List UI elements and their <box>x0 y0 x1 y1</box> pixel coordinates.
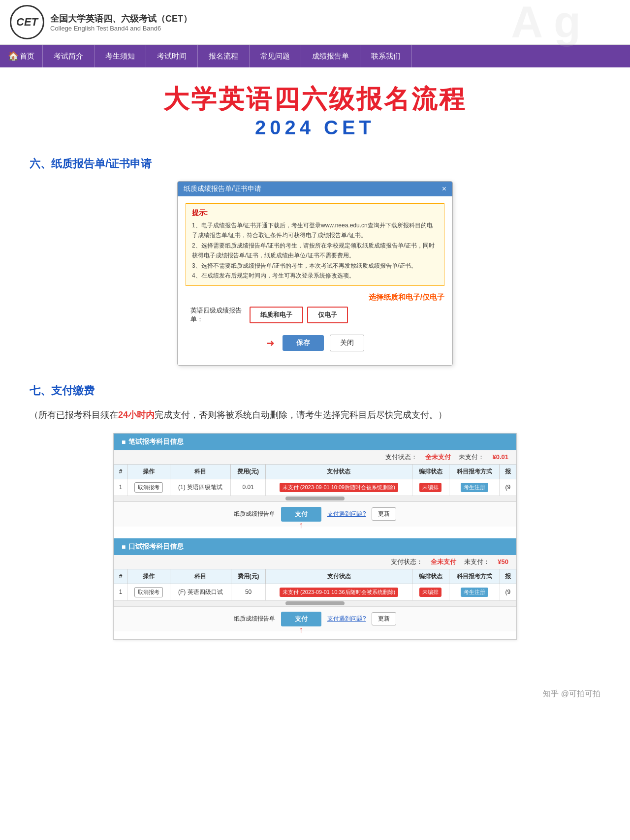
payment-desc-pre: （所有已报考科目须在 <box>30 410 118 420</box>
written-pay-button[interactable]: 支付 <box>281 507 321 522</box>
cancel-button[interactable]: 取消报考 <box>134 482 163 493</box>
dialog-box: 纸质成绩报告单/证书申请 × 提示: 1、电子成绩报告单/证书开通下载后，考生可… <box>177 181 453 366</box>
nav-report-label: 成绩报告单 <box>312 52 349 61</box>
nav-home[interactable]: 🏠 首页 <box>0 45 43 67</box>
nav-notice-label: 考生须知 <box>105 52 135 61</box>
tip-4: 4、在成绩发布后规定时间内，考生可再次登录系统修改选项。 <box>192 271 438 280</box>
logo-text: CET <box>16 16 38 29</box>
section7-heading: 七、支付缴费 <box>30 383 600 398</box>
row-reg-type: 考生注册 <box>449 479 500 496</box>
written-unpaid-amount: ¥0.01 <box>492 453 508 461</box>
oral-exam-table: # 操作 科目 费用(元) 支付状态 编排状态 科目报考方式 报 1 取消 <box>114 569 516 606</box>
oral-table-title: 口试报考科目信息 <box>128 542 184 551</box>
oral-pay-question-link[interactable]: 支付遇到问题? <box>327 615 366 623</box>
logo-box: CET 全国大学英语四、六级考试（CET） College English Te… <box>10 5 192 39</box>
main-nav: 🏠 首页 考试简介 考生须知 考试时间 报名流程 常见问题 成绩报告单 联系我们 <box>0 45 630 67</box>
dialog-tips-text: 1、电子成绩报告单/证书开通下载后，考生可登录www.neea.edu.cn查询… <box>192 220 438 280</box>
written-icon: ■ <box>122 438 126 446</box>
oral-table-header: ■ 口试报考科目信息 <box>114 538 516 555</box>
nav-report[interactable]: 成绩报告单 <box>301 45 360 67</box>
oral-row-arrange: 未编排 <box>412 584 449 600</box>
oral-scroll-bar-cell <box>114 600 516 606</box>
dialog-close-button[interactable]: × <box>442 185 446 193</box>
nav-process[interactable]: 报名流程 <box>198 45 250 67</box>
col-pay-status: 支付状态 <box>265 464 412 479</box>
oral-row-reg-type: 考生注册 <box>449 584 500 600</box>
oral-pay-arrow-icon: ↑ <box>299 625 303 635</box>
save-button[interactable]: 保存 <box>283 335 324 351</box>
oral-pay-button[interactable]: 支付 <box>281 612 321 626</box>
oral-status-all: 全未支付 <box>431 558 456 566</box>
option-electronic-only[interactable]: 仅电子 <box>307 307 348 323</box>
dialog-form-row: 英语四级成绩报告单： 纸质和电子 仅电子 <box>186 306 444 324</box>
unpaid-badge: 未支付 (2023-09-01 10:09后随时会被系统删除) <box>280 483 398 492</box>
oral-row-op: 取消报考 <box>127 584 170 600</box>
option-paper-electronic[interactable]: 纸质和电子 <box>250 307 303 323</box>
oral-reg-type-badge: 考生注册 <box>461 588 488 597</box>
written-action-label: 纸质成绩报告单 <box>234 510 275 518</box>
section6-heading: 六、纸质报告单/证书申请 <box>30 156 600 171</box>
dialog-annotation: 选择纸质和电子/仅电子 <box>186 293 444 302</box>
nav-notice[interactable]: 考生须知 <box>94 45 146 67</box>
close-button[interactable]: 关闭 <box>330 335 364 351</box>
col-fee: 费用(元) <box>231 464 265 479</box>
oral-scroll-row <box>114 600 516 606</box>
oral-unpaid-badge: 未支付 (2023-09-01 10:36后随时会被系统删除) <box>280 588 398 597</box>
row-extra: (9 <box>500 479 516 496</box>
col-num: # <box>114 464 127 479</box>
oral-row-extra: (9 <box>500 584 516 600</box>
oral-table-row: 1 取消报考 (F) 英语四级口试 50 未支付 (2023-09-01 10:… <box>114 584 516 600</box>
nav-contact-label: 联系我们 <box>371 52 401 61</box>
oral-status-label: 支付状态： <box>391 558 423 566</box>
col-op: 操作 <box>127 464 170 479</box>
section6-dialog-container: 纸质成绩报告单/证书申请 × 提示: 1、电子成绩报告单/证书开通下载后，考生可… <box>30 181 600 366</box>
oral-cancel-button[interactable]: 取消报考 <box>134 587 163 597</box>
home-icon: 🏠 <box>8 51 19 62</box>
payment-container: ■ 笔试报考科目信息 支付状态： 全未支付 未支付： ¥0.01 # 操作 科目… <box>30 433 600 640</box>
nav-time[interactable]: 考试时间 <box>146 45 198 67</box>
written-update-button[interactable]: 更新 <box>372 507 396 521</box>
oral-unpaid-amount: ¥50 <box>498 558 508 565</box>
nav-time-label: 考试时间 <box>157 52 187 61</box>
written-pay-question-link[interactable]: 支付遇到问题? <box>327 510 366 518</box>
nav-faq[interactable]: 常见问题 <box>250 45 301 67</box>
row-num: 1 <box>114 479 127 496</box>
oral-row-fee: 50 <box>231 584 265 600</box>
written-table-header-row: # 操作 科目 费用(元) 支付状态 编排状态 科目报考方式 报 <box>114 464 516 479</box>
payment-highlight: 24小时内 <box>118 410 155 420</box>
page-title-sub: 2024 CET <box>30 117 600 139</box>
nav-intro[interactable]: 考试简介 <box>43 45 94 67</box>
nav-contact[interactable]: 联系我们 <box>360 45 412 67</box>
scroll-thumb <box>285 497 345 500</box>
oral-unpaid-label: 未支付： <box>464 558 490 566</box>
main-content: 大学英语四六级报名流程 2024 CET 六、纸质报告单/证书申请 纸质成绩报告… <box>0 67 630 679</box>
oral-col-op: 操作 <box>127 569 170 584</box>
bottom-credit: 知乎 @可拍可拍 <box>0 679 630 709</box>
header-title-cn: 全国大学英语四、六级考试（CET） <box>50 13 192 25</box>
oral-unarranged-badge: 未编排 <box>419 588 441 597</box>
oral-col-reg-type: 科目报考方式 <box>449 569 500 584</box>
col-extra: 报 <box>500 464 516 479</box>
row-pay-status: 未支付 (2023-09-01 10:09后随时会被系统删除) <box>265 479 412 496</box>
row-arrange: 未编排 <box>412 479 449 496</box>
reg-type-badge: 考生注册 <box>461 483 488 492</box>
tip-1: 1、电子成绩报告单/证书开通下载后，考生可登录www.neea.edu.cn查询… <box>192 220 438 241</box>
oral-col-arrange: 编排状态 <box>412 569 449 584</box>
written-action-row: 纸质成绩报告单 支付 ↑ 支付遇到问题? 更新 <box>114 501 516 527</box>
written-status-row: 支付状态： 全未支付 未支付： ¥0.01 <box>114 450 516 464</box>
dialog-title: 纸质成绩报告单/证书申请 <box>184 185 261 193</box>
oral-scroll-thumb <box>285 601 345 605</box>
credit-text: 知乎 @可拍可拍 <box>543 689 600 699</box>
oral-row-subject: (F) 英语四级口试 <box>170 584 231 600</box>
dialog-option-group: 纸质和电子 仅电子 <box>250 307 348 323</box>
oral-action-row: 纸质成绩报告单 支付 ↑ 支付遇到问题? 更新 <box>114 606 516 631</box>
oral-status-row: 支付状态： 全未支付 未支付： ¥50 <box>114 555 516 569</box>
oral-update-button[interactable]: 更新 <box>372 612 396 625</box>
header-title-en: College English Test Band4 and Band6 <box>50 25 192 32</box>
written-unpaid-label: 未支付： <box>459 453 484 462</box>
payment-box: ■ 笔试报考科目信息 支付状态： 全未支付 未支付： ¥0.01 # 操作 科目… <box>113 433 517 640</box>
page-title-main: 大学英语四六级报名流程 <box>30 82 600 117</box>
payment-desc-post: 完成支付，否则将被系统自动删除，请考生选择完科目后尽快完成支付。） <box>155 410 447 420</box>
unarranged-badge: 未编排 <box>419 483 441 492</box>
dialog-titlebar: 纸质成绩报告单/证书申请 × <box>178 182 452 196</box>
